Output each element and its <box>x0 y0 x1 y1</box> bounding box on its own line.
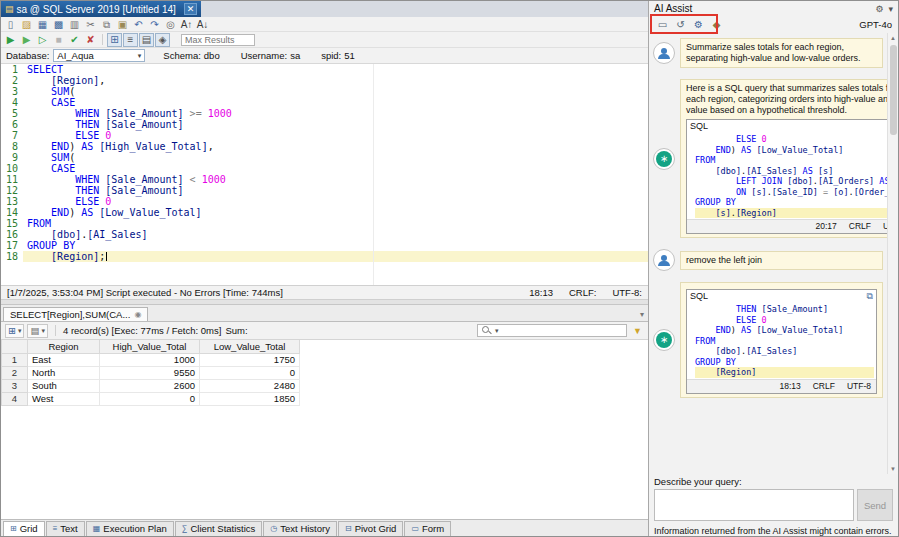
grid-cell[interactable]: North <box>28 366 100 379</box>
editor-line-8[interactable]: 8 END) AS [High_Value_Total], <box>1 141 648 152</box>
grid-cell[interactable]: South <box>28 379 100 392</box>
text-results-toggle[interactable]: ≡ <box>123 33 138 47</box>
history-icon[interactable]: ↺ <box>673 18 688 31</box>
grid-cell[interactable]: West <box>28 392 100 405</box>
grid-view-icon: ⊞ <box>8 325 16 336</box>
editor-line-11[interactable]: 11 WHEN [Sale_Amount] < 1000 <box>1 174 648 185</box>
bottom-tab-client-statistics[interactable]: ∑Client Statistics <box>175 521 263 536</box>
editor-line-4[interactable]: 4 CASE <box>1 97 648 108</box>
database-select[interactable]: AI_Aqua ▾ <box>53 49 145 62</box>
redo-icon[interactable]: ↷ <box>147 18 162 31</box>
max-results-input[interactable] <box>181 34 255 46</box>
grid-cell[interactable]: 0 <box>100 392 200 405</box>
column-header[interactable]: Low_Value_Total <box>200 340 300 353</box>
sql-editor[interactable]: 1SELECT2 [Region],3 SUM(4 CASE5 WHEN [Sa… <box>1 64 648 286</box>
row-number[interactable]: 2 <box>2 366 28 379</box>
grid-cell[interactable]: East <box>28 353 100 366</box>
editor-line-1[interactable]: 1SELECT <box>1 64 648 75</box>
send-button[interactable]: Send <box>857 489 893 521</box>
editor-line-12[interactable]: 12 THEN [Sale_Amount] <box>1 185 648 196</box>
connection-bar: Database: AI_Aqua ▾ Schema:dbo Username:… <box>1 48 648 64</box>
grid-cell[interactable]: 9550 <box>100 366 200 379</box>
table-row[interactable]: 4West01850 <box>2 392 300 405</box>
editor-line-5[interactable]: 5 WHEN [Sale_Amount] >= 1000 <box>1 108 648 119</box>
export-results-icon[interactable]: ▤▾ <box>27 324 48 338</box>
copy-icon[interactable]: ⧉ <box>867 291 873 302</box>
editor-line-3[interactable]: 3 SUM( <box>1 86 648 97</box>
cut-icon[interactable]: ✂ <box>83 18 98 31</box>
ai-settings-icon[interactable]: ⚙ <box>691 18 706 31</box>
print-icon[interactable]: ▥ <box>67 18 82 31</box>
panel-settings-icon[interactable]: ⚙ <box>875 4 883 14</box>
editor-line-13[interactable]: 13 ELSE 0 <box>1 196 648 207</box>
bottom-tab-form[interactable]: ▭Form <box>404 521 451 536</box>
scroll-down-icon[interactable]: ▼ <box>890 464 896 474</box>
result-set-tab[interactable]: SELECT[Region],SUM(CA... ◉ <box>3 307 148 321</box>
grid-cell[interactable]: 2480 <box>200 379 300 392</box>
editor-line-10[interactable]: 10 CASE <box>1 163 648 174</box>
file-results-toggle[interactable]: ▤ <box>139 33 154 47</box>
editor-line-15[interactable]: 15FROM <box>1 218 648 229</box>
new-conversation-icon[interactable]: ▭ <box>655 18 670 31</box>
grid-cell[interactable]: 1850 <box>200 392 300 405</box>
bottom-tab-grid[interactable]: ⊞Grid <box>3 521 45 536</box>
close-tab-icon[interactable]: ✕ <box>184 3 198 15</box>
auto-commit-toggle[interactable]: ◈ <box>155 33 170 47</box>
execute-icon[interactable]: ▶ <box>3 33 18 46</box>
scrollbar-thumb[interactable] <box>890 45 897 135</box>
chat-scrollbar[interactable]: ▲ ▼ <box>887 33 898 474</box>
grid-cell[interactable]: 2600 <box>100 379 200 392</box>
sql-code[interactable]: THEN [Sale_Amount] ELSE 0 END) AS [Low_V… <box>687 303 876 379</box>
scroll-up-icon[interactable]: ▲ <box>890 33 896 43</box>
results-search-input[interactable]: ▾ <box>477 324 627 337</box>
grid-view-icon[interactable]: ⊞▾ <box>5 324 24 338</box>
editor-line-16[interactable]: 16 [dbo].[AI_Sales] <box>1 229 648 240</box>
filter-icon[interactable]: ▼ <box>631 326 644 336</box>
editor-line-2[interactable]: 2 [Region], <box>1 75 648 86</box>
bottom-tab-text[interactable]: ≡Text <box>46 521 85 536</box>
row-number[interactable]: 3 <box>2 379 28 392</box>
editor-line-9[interactable]: 9 SUM( <box>1 152 648 163</box>
save-icon[interactable]: ▦ <box>35 18 50 31</box>
new-file-icon[interactable]: ▯ <box>3 18 18 31</box>
results-menu-icon[interactable]: ▾ <box>636 310 648 321</box>
paste-icon[interactable]: ▣ <box>115 18 130 31</box>
column-header[interactable]: High_Value_Total <box>100 340 200 353</box>
pin-icon[interactable]: ◉ <box>134 310 141 319</box>
editor-line-18[interactable]: 18 [Region]; <box>1 251 648 262</box>
sql-code[interactable]: ELSE 0 END) AS [Low_Value_Total]FROM [db… <box>687 133 898 219</box>
editor-line-14[interactable]: 14 END) AS [Low_Value_Total] <box>1 207 648 218</box>
font-decrease-icon[interactable]: A↓ <box>195 18 210 31</box>
panel-menu-icon[interactable]: ▾ <box>888 4 893 14</box>
row-number[interactable]: 4 <box>2 392 28 405</box>
execute-explain-icon[interactable]: ▷ <box>35 33 50 46</box>
grid-cell[interactable]: 1750 <box>200 353 300 366</box>
prompt-templates-icon[interactable]: ◆ <box>709 18 724 31</box>
font-increase-icon[interactable]: A↑ <box>179 18 194 31</box>
grid-cell[interactable]: 1000 <box>100 353 200 366</box>
editor-line-6[interactable]: 6 THEN [Sale_Amount] <box>1 119 648 130</box>
save-all-icon[interactable]: ▩ <box>51 18 66 31</box>
open-folder-icon[interactable]: ▨ <box>19 18 34 31</box>
grid-results-toggle[interactable]: ⊞ <box>107 33 122 47</box>
query-input[interactable] <box>654 489 854 521</box>
editor-line-17[interactable]: 17GROUP BY <box>1 240 648 251</box>
table-row[interactable]: 2North95500 <box>2 366 300 379</box>
row-number[interactable]: 1 <box>2 353 28 366</box>
copy-icon[interactable]: ⧉ <box>99 18 114 31</box>
bottom-tab-pivot-grid[interactable]: ⊟Pivot Grid <box>338 521 403 536</box>
stop-icon[interactable]: ■ <box>51 33 66 46</box>
bottom-tab-execution-plan[interactable]: ▦Execution Plan <box>86 521 174 536</box>
undo-icon[interactable]: ↶ <box>131 18 146 31</box>
document-tab[interactable]: ▤ sa @ SQL Server 2019 [Untitled 14] ✕ <box>1 1 201 17</box>
commit-icon[interactable]: ✔ <box>67 33 82 46</box>
editor-line-7[interactable]: 7 ELSE 0 <box>1 130 648 141</box>
table-row[interactable]: 1East10001750 <box>2 353 300 366</box>
rollback-icon[interactable]: ✘ <box>83 33 98 46</box>
grid-cell[interactable]: 0 <box>200 366 300 379</box>
bottom-tab-text-history[interactable]: ◷Text History <box>263 521 337 536</box>
table-row[interactable]: 3South26002480 <box>2 379 300 392</box>
column-header[interactable]: Region <box>28 340 100 353</box>
find-icon[interactable]: ◎ <box>163 18 178 31</box>
execute-current-icon[interactable]: ▶ <box>19 33 34 46</box>
